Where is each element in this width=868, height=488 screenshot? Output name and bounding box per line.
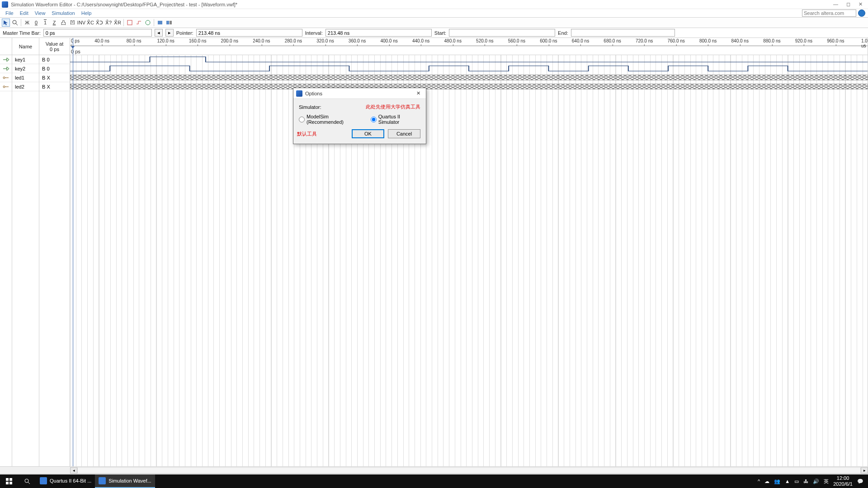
signal-type-icon[interactable] <box>0 73 12 82</box>
signal-type-icon[interactable] <box>0 82 12 91</box>
menu-file[interactable]: File <box>3 10 16 16</box>
ruler-tick: 800.0 ns <box>699 38 717 43</box>
snap-grid-icon[interactable] <box>126 19 134 27</box>
search-taskbar-icon[interactable] <box>18 478 36 484</box>
time-ruler[interactable]: 0 ps 40.0 ns 80.0 ns 120.0 ns 160.0 ns 2… <box>70 38 868 46</box>
tray-clock-time: 12:00 <box>833 475 853 481</box>
signal-type-column <box>0 38 12 466</box>
menu-help[interactable]: Help <box>79 10 94 16</box>
radio-modelsim[interactable]: ModelSim (Recommended) <box>299 114 364 125</box>
end-input[interactable] <box>571 29 675 37</box>
force-high-icon[interactable]: 1 <box>41 19 49 27</box>
waveform-row[interactable] <box>70 73 868 82</box>
waveform-area[interactable]: 0 ps 40.0 ns 80.0 ns 120.0 ns 160.0 ns 2… <box>70 38 868 466</box>
count-value-icon[interactable]: X̄C <box>86 19 94 27</box>
taskbar-app[interactable]: Quartus II 64-Bit ... <box>36 474 95 488</box>
waveform-row[interactable] <box>70 82 868 91</box>
ruler-tick: 600.0 ns <box>540 38 557 43</box>
waveform-row[interactable] <box>70 55 868 64</box>
svg-point-15 <box>25 479 28 483</box>
simulation-settings-icon[interactable] <box>165 19 173 27</box>
hscroll-bar[interactable]: ◂ ▸ <box>0 466 868 474</box>
ruler-tick: 80.0 ns <box>127 38 142 43</box>
ruler-tick: 40.0 ns <box>94 38 109 43</box>
tray-notifications-icon[interactable]: 💬 <box>857 479 863 484</box>
start-button[interactable] <box>0 478 18 484</box>
taskbar[interactable]: Quartus II 64-Bit ... Simulation Wavef..… <box>0 474 868 488</box>
menu-view[interactable]: View <box>32 10 48 16</box>
taskbar-app-label: Quartus II 64-Bit ... <box>50 478 91 483</box>
invert-icon[interactable]: INV <box>77 19 85 27</box>
hscroll-right-button[interactable]: ▸ <box>861 467 868 474</box>
tray-clock[interactable]: 12:00 2020/6/1 <box>833 475 853 487</box>
tray-people-icon[interactable]: 👥 <box>774 479 780 484</box>
force-weak-low-icon[interactable]: 凸 <box>59 19 67 27</box>
svg-point-3 <box>146 20 150 25</box>
tray-volume-icon[interactable]: 🔊 <box>813 479 819 484</box>
ruler-tick: 240.0 ns <box>253 38 270 43</box>
menu-edit[interactable]: Edit <box>17 10 31 16</box>
signal-type-icon[interactable] <box>0 55 12 64</box>
signal-type-icon[interactable] <box>0 64 12 73</box>
hscroll-track[interactable] <box>77 467 861 474</box>
signal-name[interactable]: key1 <box>12 55 39 64</box>
get-value-icon[interactable] <box>144 19 152 27</box>
force-unknown-icon[interactable]: Ж <box>23 19 31 27</box>
radio-quartus[interactable]: Quartus II Simulator <box>371 114 420 125</box>
snap-transition-icon[interactable] <box>135 19 143 27</box>
signal-name[interactable]: led2 <box>12 82 39 91</box>
zoom-tool-icon[interactable] <box>11 19 19 27</box>
tray-battery-icon[interactable]: ▭ <box>794 479 799 484</box>
ruler-tick: 480.0 ns <box>444 38 462 43</box>
menu-simulation[interactable]: Simulation <box>49 10 77 16</box>
pointer-input[interactable] <box>196 29 302 37</box>
dialog-close-button[interactable]: ✕ <box>414 90 423 96</box>
interval-input[interactable] <box>326 29 432 37</box>
tray-onedrive2-icon[interactable]: ▲ <box>785 479 790 484</box>
master-time-input[interactable] <box>43 29 152 37</box>
window-title: Simulation Waveform Editor - C:/Users/sn… <box>11 2 833 7</box>
ruler-tick: 720.0 ns <box>636 38 653 43</box>
time-next-button[interactable]: ▸ <box>165 29 174 37</box>
zero-cursor-row: 0 ps <box>70 46 868 55</box>
zero-cursor-line[interactable] <box>73 38 73 466</box>
svg-rect-14 <box>9 482 12 484</box>
force-highz-icon[interactable]: Z <box>50 19 58 27</box>
maximize-button[interactable]: ◻ <box>846 1 850 7</box>
close-button[interactable]: ✕ <box>859 1 863 7</box>
ok-button[interactable]: OK <box>352 129 384 138</box>
random-value-icon[interactable]: X̄Ɔ <box>95 19 104 27</box>
force-low-icon[interactable]: 0 <box>32 19 40 27</box>
signal-name[interactable]: key2 <box>12 64 39 73</box>
waveform-row[interactable] <box>70 64 868 73</box>
svg-point-8 <box>3 86 5 88</box>
search-go-icon[interactable] <box>858 9 865 17</box>
options-dialog: Options ✕ Simulator: 此处先使用大学仿真工具 ModelSi… <box>293 88 426 144</box>
svg-point-7 <box>3 77 5 79</box>
start-input[interactable] <box>449 29 555 37</box>
search-input[interactable] <box>802 9 856 17</box>
arbitrary-value-icon[interactable]: X̄? <box>104 19 113 27</box>
simulator-label: Simulator: <box>299 104 321 110</box>
ruler-tick: 120.0 ns <box>157 38 174 43</box>
tray-chevron-up-icon[interactable]: ^ <box>758 479 760 484</box>
ruler-tick: 440.0 ns <box>412 38 429 43</box>
force-weak-high-icon[interactable]: 凹 <box>68 19 76 27</box>
signal-name[interactable]: led1 <box>12 73 39 82</box>
ruler-tick: 520.0 ns <box>476 38 493 43</box>
run-simulation-icon[interactable] <box>156 19 164 27</box>
taskbar-app[interactable]: Simulation Wavef... <box>95 474 155 488</box>
ruler-tick: 160.0 ns <box>189 38 206 43</box>
selection-tool-icon[interactable] <box>2 19 10 27</box>
cancel-button[interactable]: Cancel <box>388 129 420 138</box>
hscroll-left-button[interactable]: ◂ <box>70 467 77 474</box>
tray-network-icon[interactable]: 🖧 <box>803 479 808 484</box>
time-prev-button[interactable]: ◂ <box>155 29 163 37</box>
svg-rect-4 <box>158 21 162 24</box>
ruler-tick: 360.0 ns <box>349 38 366 43</box>
minimize-button[interactable]: — <box>833 1 838 7</box>
svg-rect-12 <box>9 478 12 481</box>
overwrite-clock-icon[interactable]: X̄R <box>113 19 122 27</box>
tray-onedrive-icon[interactable]: ☁ <box>764 479 769 484</box>
tray-ime[interactable]: 英 <box>824 478 829 485</box>
